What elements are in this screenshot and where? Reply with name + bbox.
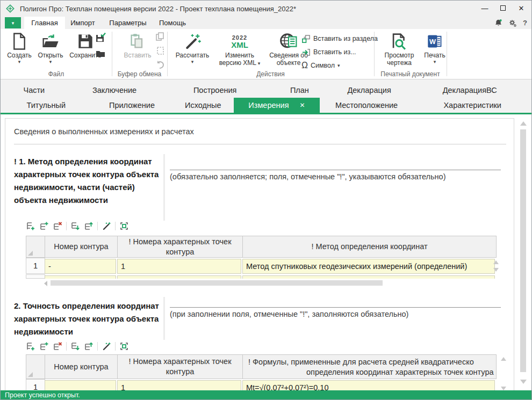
- doc-tab-harakteristiki[interactable]: Характеристики: [413, 98, 531, 113]
- hscroll-thumb[interactable]: [51, 280, 383, 286]
- contour-cell[interactable]: [45, 380, 116, 391]
- move-row-down-button[interactable]: [70, 341, 80, 351]
- move-row-up-button[interactable]: [84, 341, 94, 351]
- points-cell[interactable]: 1: [117, 259, 241, 274]
- spinner-down-icon[interactable]: [501, 387, 506, 390]
- row-number-cell[interactable]: 1: [26, 258, 45, 274]
- expand-icon: [119, 341, 129, 351]
- doc-tab-titulnyj[interactable]: Титульный: [1, 98, 92, 113]
- save-as-button[interactable]: [95, 32, 106, 45]
- ribbon-separator: [167, 32, 168, 76]
- add-row-button[interactable]: [26, 221, 35, 231]
- doc-tab-label: Построения: [193, 86, 237, 94]
- table2-col-contour: Номер контура: [45, 354, 118, 379]
- app-menu-button[interactable]: ▾: [5, 17, 21, 28]
- doc-tab-label: ДекларацияВС: [443, 86, 497, 94]
- table2-select-all-cell[interactable]: [26, 354, 45, 379]
- document-tabs: Части Заключение Построения План Деклара…: [1, 79, 531, 114]
- tab-close-icon[interactable]: ✕: [300, 101, 305, 109]
- table1-col-contour: Номер контура: [45, 236, 118, 258]
- doc-tab-postroeniya[interactable]: Построения: [161, 83, 269, 98]
- drawing-preview-button[interactable]: Просмотр чертежа: [378, 31, 421, 67]
- autofill-wand-button[interactable]: [102, 341, 111, 351]
- vscroll-thumb[interactable]: [520, 129, 526, 372]
- table2-scroll-arrows[interactable]: [501, 357, 506, 390]
- scroll-up-icon[interactable]: [520, 121, 527, 126]
- open-project-folder-button[interactable]: [95, 48, 106, 61]
- row-number-cell[interactable]: 1: [26, 379, 45, 391]
- notifications-button[interactable]: [494, 19, 502, 27]
- add-row-button[interactable]: [26, 341, 35, 351]
- settings-button[interactable]: [508, 19, 517, 27]
- empty-cell: [117, 275, 241, 279]
- delete-row-icon: [53, 221, 62, 231]
- tab-parametry[interactable]: Параметры: [106, 17, 150, 29]
- doc-tab-deklaraciya[interactable]: Декларация: [330, 83, 408, 98]
- open-folder-icon: [41, 31, 60, 52]
- points-cell[interactable]: 1: [117, 380, 241, 391]
- close-button[interactable]: ✕: [512, 1, 530, 16]
- symbol-button[interactable]: Ω Символ ▾: [301, 61, 340, 70]
- copy-button: [155, 32, 165, 43]
- maximize-button[interactable]: [494, 1, 512, 16]
- ribbon-tab-bar: ▾ Главная Импорт Параметры Помощь ?: [1, 17, 531, 29]
- doc-tab-mestopolozhenie[interactable]: Местоположение: [320, 98, 414, 113]
- doc-tab-plan[interactable]: План: [269, 83, 330, 98]
- group-label-actions: Действия: [167, 70, 374, 78]
- doc-tab-chasti[interactable]: Части: [1, 83, 68, 98]
- section2-hint: (при заполнении поля, отмеченные "!", за…: [170, 310, 408, 318]
- insert-row-icon: [39, 221, 49, 231]
- status-message: Проект успешно открыт.: [5, 391, 80, 399]
- omega-icon: Ω: [301, 61, 308, 70]
- window-title: Полигон Про: Техплан помещения версии 20…: [20, 5, 296, 13]
- doc-tab-deklaraciyavs[interactable]: ДекларацияВС: [408, 83, 531, 98]
- delete-row-button[interactable]: [53, 221, 62, 231]
- move-row-up-button[interactable]: [84, 221, 94, 231]
- ribbon-separator: [374, 32, 375, 76]
- spinner-up-icon[interactable]: [493, 260, 499, 264]
- autofill-wand-button[interactable]: [102, 221, 111, 231]
- scroll-down-icon[interactable]: [520, 380, 527, 384]
- open-button[interactable]: Открыть ▾: [35, 31, 66, 64]
- section1-input-field[interactable]: [170, 170, 501, 170]
- section2-label: 2. Точность определения координат характ…: [14, 300, 163, 338]
- calculate-button[interactable]: Рассчитать ▾: [171, 31, 213, 64]
- expand-table-button[interactable]: [119, 221, 129, 231]
- insert-row-button[interactable]: [39, 341, 49, 351]
- table1-row-spinner[interactable]: [493, 260, 499, 272]
- tab-pomosch[interactable]: Помощь: [155, 17, 190, 29]
- method-cell[interactable]: Метод спутниковых геодезических измерени…: [242, 259, 495, 274]
- minimize-button[interactable]: —: [476, 1, 494, 16]
- delete-row-button[interactable]: [53, 341, 62, 351]
- table1-hscrollbar[interactable]: [26, 280, 499, 287]
- doc-tab-ishodnye[interactable]: Исходные: [172, 98, 234, 113]
- doc-tab-prilozhenie[interactable]: Приложение: [92, 98, 172, 113]
- tab-label: Главная: [31, 19, 57, 27]
- section2-input-field[interactable]: [170, 307, 501, 308]
- change-xml-version-button[interactable]: 2022 XML Изменить версию XML ▾: [214, 31, 265, 67]
- panel-vscrollbar[interactable]: [515, 118, 531, 391]
- contour-cell[interactable]: -: [45, 259, 116, 274]
- expand-table-button[interactable]: [119, 341, 129, 351]
- scroll-left-icon[interactable]: [44, 281, 47, 286]
- create-button[interactable]: Создать ▾: [5, 31, 34, 64]
- insert-row-button[interactable]: [39, 221, 49, 231]
- insert-from-button[interactable]: Вставить из...: [301, 47, 356, 57]
- insert-from-icon: [301, 48, 311, 57]
- titlebar-quick-icons: ?: [494, 17, 527, 29]
- move-row-down-button[interactable]: [70, 221, 80, 231]
- doc-tab-zaklyuchenie[interactable]: Заключение: [68, 83, 162, 98]
- spinner-down-icon[interactable]: [493, 268, 499, 272]
- group-label-clipboard: Буфер обмена: [112, 70, 167, 78]
- insert-from-section-button[interactable]: Вставить из раздела: [301, 34, 378, 43]
- doc-tab-izmereniya-active[interactable]: Измерения ✕: [234, 98, 320, 113]
- tab-import[interactable]: Импорт: [66, 17, 99, 29]
- clipboard-paste-icon: [129, 31, 146, 52]
- print-button[interactable]: W Печать ▾: [422, 31, 448, 64]
- formula-cell[interactable]: Mt=√(0.07²+0.07²)=0.10: [242, 380, 495, 391]
- tab-glavnaya[interactable]: Главная: [24, 17, 65, 29]
- table1-select-all-cell[interactable]: [26, 236, 45, 258]
- doc-tab-label: Характеристики: [443, 101, 501, 110]
- help-button[interactable]: ?: [523, 19, 527, 27]
- spinner-up-icon[interactable]: [501, 357, 506, 361]
